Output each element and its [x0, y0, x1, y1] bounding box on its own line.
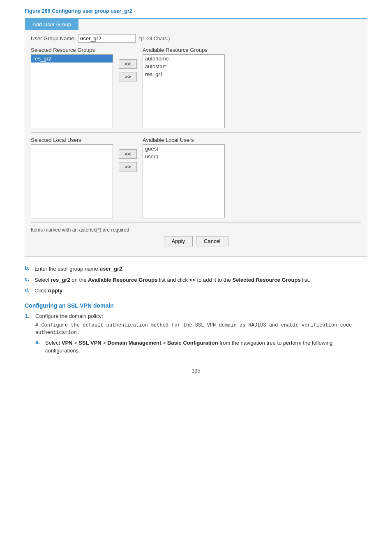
add-user-group-panel: Add User Group User Group Name: *(1-24 C… — [25, 18, 367, 257]
available-resource-groups-label: Available Resource Groups — [143, 47, 225, 53]
sub-step-a-label: a. — [35, 339, 43, 355]
move-resource-right-btn[interactable]: >> — [119, 72, 137, 81]
step-c-text: Select res_gr2 on the Available Resource… — [35, 276, 310, 284]
footer-note: Items marked with an asterisk(*) are req… — [31, 227, 361, 233]
selected-local-users-label: Selected Local Users — [31, 137, 113, 143]
sub-steps: # Configure the default authentication m… — [35, 322, 367, 355]
available-resource-groups-list[interactable]: autohome autostart res_gr1 — [143, 54, 225, 128]
sub-step-a-text: Select VPN > SSL VPN > Domain Management… — [45, 339, 367, 355]
list-item[interactable]: autostart — [143, 63, 224, 70]
page-number: 395 — [25, 368, 367, 374]
list-item[interactable]: usera — [143, 153, 224, 160]
numbered-item-1-text: Configure the domain policy: — [35, 313, 103, 319]
list-item[interactable]: autohome — [143, 55, 224, 63]
list-item[interactable]: guest — [143, 145, 224, 153]
move-user-right-btn[interactable]: >> — [119, 162, 137, 171]
user-group-name-input[interactable] — [78, 34, 136, 43]
step-c-label: c. — [25, 276, 32, 284]
step-b-text: Enter the user group name user_gr2. — [35, 265, 124, 273]
selected-resource-groups-list[interactable]: res_gr2 — [31, 54, 113, 128]
code-comment: # Configure the default authentication m… — [35, 322, 367, 336]
figure-caption: Figure 286 Configuring user group user_g… — [25, 8, 367, 14]
numbered-list: 1. Configure the domain policy: # Config… — [25, 313, 367, 358]
list-item[interactable]: res_gr2 — [31, 55, 113, 63]
move-resource-left-btn[interactable]: << — [119, 59, 137, 69]
user-group-name-label: User Group Name: — [31, 35, 76, 42]
apply-button[interactable]: Apply — [164, 236, 193, 246]
available-local-users-list[interactable]: guest usera — [143, 144, 225, 218]
sub-step-a: a. Select VPN > SSL VPN > Domain Managem… — [35, 339, 367, 355]
step-d: d. Click Apply. — [25, 287, 367, 295]
step-b-label: b. — [25, 265, 32, 273]
step-b: b. Enter the user group name user_gr2. — [25, 265, 367, 273]
user-group-name-hint: *(1-24 Chars.) — [139, 36, 170, 42]
available-local-users-label: Available Local Users — [143, 137, 225, 143]
section-heading: Configuring an SSL VPN domain — [25, 302, 367, 309]
numbered-item-1-content: Configure the domain policy: # Configure… — [35, 313, 367, 358]
step-d-text: Click Apply. — [35, 287, 64, 295]
selected-local-users-list[interactable] — [31, 144, 113, 218]
numbered-item-1: 1. Configure the domain policy: # Config… — [25, 313, 367, 358]
num-label-1: 1. — [25, 313, 32, 358]
selected-resource-groups-label: Selected Resource Groups — [31, 47, 113, 53]
step-c: c. Select res_gr2 on the Available Resou… — [25, 276, 367, 284]
move-user-left-btn[interactable]: << — [119, 149, 137, 159]
cancel-button[interactable]: Cancel — [196, 236, 228, 246]
list-item[interactable]: res_gr1 — [143, 70, 224, 78]
step-d-label: d. — [25, 287, 32, 295]
add-user-group-tab[interactable]: Add User Group — [25, 19, 78, 30]
